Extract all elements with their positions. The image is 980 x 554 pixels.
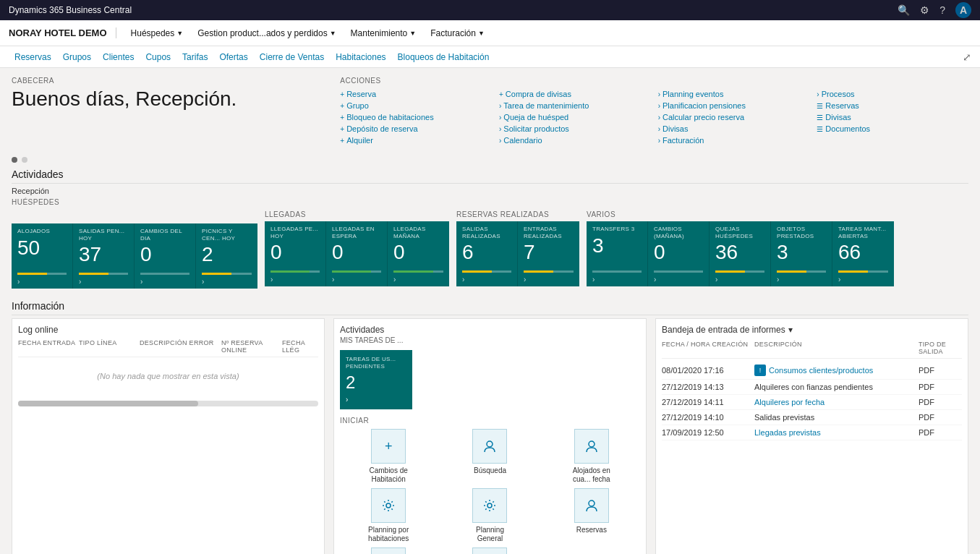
subnav-tarifas[interactable]: Tarifas <box>176 46 213 68</box>
arrow-icon: › <box>658 137 660 145</box>
accion-grupo[interactable]: + Grupo <box>340 101 492 111</box>
help-icon[interactable]: ? <box>939 4 945 16</box>
accion-alquiler[interactable]: + Alquiler <box>340 135 492 145</box>
card-salidas-realizadas[interactable]: SALIDAS REALIZADAS 6 › <box>456 221 518 286</box>
subnav-clientes[interactable]: Clientes <box>97 46 140 68</box>
accion-documentos[interactable]: ☰ Documentos <box>817 124 968 134</box>
card-llegadas-espera[interactable]: LLEGADAS EN ESPERA 0 › <box>326 221 388 286</box>
plus-icon: + <box>499 90 503 98</box>
nav-brand: NORAY HOTEL DEMO <box>9 27 116 38</box>
subnav-reservas[interactable]: Reservas <box>9 46 57 68</box>
bandeja-title[interactable]: Bandeja de entrada de informes ▾ <box>662 325 962 335</box>
card-alojados[interactable]: ALOJADOS 50 › <box>12 223 73 289</box>
card-cambios-manana[interactable]: CAMBIOS (MAÑANA) 0 › <box>648 221 710 286</box>
card-llegadas-manana[interactable]: LLEGADAS MAÑANA 0 › <box>388 221 449 286</box>
subnav-cierre-ventas[interactable]: Cierre de Ventas <box>254 46 330 68</box>
log-scrollbar[interactable] <box>18 401 318 406</box>
card-picnics[interactable]: PICNICS Y CEN... HOY 2 › <box>196 223 257 289</box>
accion-planning-eventos[interactable]: › Planning eventos <box>658 89 810 99</box>
settings-icon[interactable]: ⚙ <box>920 4 929 16</box>
svg-point-2 <box>386 503 391 508</box>
iniciar-cambios-habitacion[interactable]: + Cambios de Habitación <box>340 429 437 484</box>
iniciar-planning-general[interactable]: Planning General <box>441 488 538 543</box>
card-objetos[interactable]: OBJETOS PRESTADOS 3 › <box>771 221 832 286</box>
log-col-desc: DESCRIPCIÓN ERROR <box>140 339 218 354</box>
app-title: Dynamics 365 Business Central <box>9 5 132 15</box>
nav-item-huespedes[interactable]: Huéspedes ▼ <box>124 20 191 46</box>
card-tareas-mant[interactable]: TAREAS MANT... ABIERTAS 66 › <box>832 221 894 286</box>
subnav-habitaciones[interactable]: Habitaciones <box>330 46 391 68</box>
iniciar-busqueda[interactable]: Búsqueda <box>441 429 538 484</box>
accion-divisas[interactable]: › Divisas <box>658 124 810 134</box>
nav-item-mantenimiento[interactable]: Mantenimiento ▼ <box>344 20 424 46</box>
log-panel: Log online FECHA ENTRADA TIPO LÍNEA DESC… <box>12 318 325 554</box>
accion-queja-huesped[interactable]: › Queja de huésped <box>499 112 651 122</box>
card-transfers[interactable]: TRANSFERS 3 3 › <box>587 221 648 286</box>
arrow-icon: › <box>658 90 660 98</box>
expand-icon[interactable]: ⤢ <box>963 51 971 63</box>
doc-icon: ☰ <box>817 125 823 133</box>
arrow-icon: › <box>817 90 819 98</box>
card-cambios-dia[interactable]: CAMBIOS DEL DIA 0 › <box>135 223 196 289</box>
iniciar-planning[interactable]: Planning <box>441 547 538 554</box>
nav-item-gestion[interactable]: Gestion product...ados y perdidos ▼ <box>190 20 343 46</box>
informacion-label: Información <box>12 300 968 315</box>
cabecera-label: CABECERA <box>12 77 325 85</box>
iniciar-estado[interactable]: + Estado <box>340 547 437 554</box>
iniciar-planning-hab[interactable]: Planning por habitaciones <box>340 488 437 543</box>
accion-solicitar-productos[interactable]: › Solicitar productos <box>499 124 651 134</box>
gear-icon <box>472 488 507 523</box>
subnav-bloqueos[interactable]: Bloqueos de Habitación <box>392 46 495 68</box>
accion-procesos[interactable]: › Procesos <box>817 89 968 99</box>
plus-icon: + <box>340 137 344 145</box>
accion-calendario[interactable]: › Calendario <box>499 135 651 145</box>
accion-compra-divisas[interactable]: + Compra de divisas <box>499 89 651 99</box>
bandeja-link-1[interactable]: Consumos clientes/productos <box>769 366 873 375</box>
iniciar-planning-general-label: Planning General <box>468 526 511 543</box>
sub-nav: Reservas Grupos Clientes Cupos Tarifas O… <box>0 46 980 68</box>
bandeja-type-5: PDF <box>919 428 962 437</box>
header-section: CABECERA Buenos días, Recepción. ACCIONE… <box>12 77 968 145</box>
iniciar-grid: + Cambios de Habitación Búsqueda Aloja <box>340 429 640 554</box>
subnav-cupos[interactable]: Cupos <box>140 46 176 68</box>
accion-reserva[interactable]: + Reserva <box>340 89 492 99</box>
bandeja-link-5[interactable]: Llegadas previstas <box>754 428 913 437</box>
iniciar-reservas[interactable]: Reservas <box>543 488 640 543</box>
search-icon[interactable]: 🔍 <box>898 4 910 16</box>
chevron-down-icon: ▼ <box>409 30 416 37</box>
accion-tarea-mantenimiento[interactable]: › Tarea de mantenimiento <box>499 101 651 111</box>
plus-icon: + <box>340 90 344 98</box>
bandeja-date-3: 27/12/2019 14:11 <box>662 398 749 406</box>
accion-facturacion[interactable]: › Facturación <box>658 135 810 145</box>
iniciar-alojados[interactable]: Alojados en cua... fecha <box>543 429 640 484</box>
accion-bloqueo-habitaciones[interactable]: + Bloqueo de habitaciones <box>340 112 492 122</box>
bandeja-col-desc: DESCRIPCIÓN <box>754 341 913 355</box>
bandeja-link-3[interactable]: Alquileres por fecha <box>754 398 913 406</box>
arrow-icon: › <box>658 114 660 122</box>
dot-2[interactable] <box>22 157 27 163</box>
card-quejas[interactable]: QUEJAS HUÉSPEDES 36 › <box>710 221 771 286</box>
dot-1[interactable] <box>12 157 17 163</box>
group-reservas-realizadas: RESERVAS REALIZADAS SALIDAS REALIZADAS 6… <box>456 210 579 286</box>
plus-icon: + <box>371 547 406 554</box>
card-entradas-realizadas[interactable]: ENTRADAS REALIZADAS 7 › <box>518 221 579 286</box>
accion-reservas-doc[interactable]: ☰ Reservas <box>817 101 968 111</box>
accion-deposito-reserva[interactable]: + Depósito de reserva <box>340 124 492 134</box>
accion-calcular-precio[interactable]: › Calcular precio reserva <box>658 112 810 122</box>
gear-icon <box>371 488 406 523</box>
accion-divisas-doc[interactable]: ☰ Divisas <box>817 112 968 122</box>
card-salidas-pen[interactable]: SALIDAS PEN... HOY 37 › <box>73 223 135 289</box>
nav-bar: NORAY HOTEL DEMO Huéspedes ▼ Gestion pro… <box>0 20 980 46</box>
subnav-ofertas[interactable]: Ofertas <box>213 46 253 68</box>
act-card-tareas[interactable]: TAREAS DE US... PENDIENTES 2 › <box>340 350 412 409</box>
subnav-grupos[interactable]: Grupos <box>57 46 97 68</box>
card-llegadas-pe-hoy[interactable]: LLEGADAS PE... HOY 0 › <box>265 221 326 286</box>
accion-planificacion-pensiones[interactable]: › Planificacion pensiones <box>658 101 810 111</box>
circle-icon <box>472 547 507 554</box>
iniciar-busqueda-label: Búsqueda <box>474 466 506 475</box>
nav-item-facturacion[interactable]: Facturación ▼ <box>423 20 492 46</box>
bandeja-col-fecha: FECHA / HORA CREACIÓN <box>662 341 749 355</box>
avatar[interactable]: A <box>955 2 971 18</box>
group-huespedes: ALOJADOS 50 › SALIDAS PEN... HOY 37 › CA… <box>12 210 257 289</box>
huespedes-label: HUÉSPEDES <box>12 198 968 206</box>
